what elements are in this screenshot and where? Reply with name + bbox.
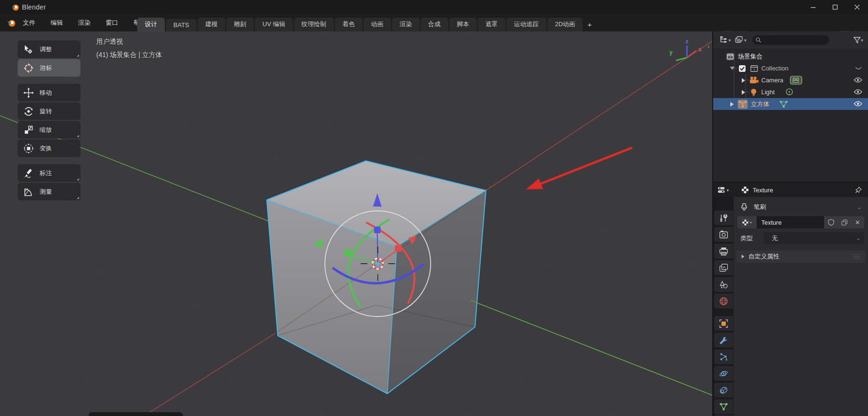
- collapse-arrow-icon[interactable]: [730, 67, 735, 70]
- workspace-tab-modeling[interactable]: 建模: [198, 18, 225, 32]
- nav-axis-y-label: y: [669, 49, 673, 56]
- tool-rotate[interactable]: 旋转: [18, 102, 81, 120]
- menu-file[interactable]: 文件: [22, 18, 36, 28]
- expand-arrow-icon[interactable]: [730, 102, 734, 107]
- workspace-tab-animation[interactable]: 动画: [363, 18, 391, 32]
- gizmo-z-handle[interactable]: [374, 227, 381, 233]
- nav-axis-z-label: z: [686, 38, 688, 45]
- light-data-badge-icon[interactable]: [785, 88, 794, 97]
- collection-checkbox[interactable]: [738, 65, 746, 72]
- camera-icon: [749, 76, 758, 84]
- texture-name-field[interactable]: Texture: [757, 216, 824, 228]
- tool-move[interactable]: 移动: [18, 84, 81, 101]
- visibility-eye-icon[interactable]: [854, 76, 862, 84]
- properties-editor-type-button[interactable]: ▾: [717, 186, 729, 194]
- tab-output[interactable]: [714, 244, 733, 258]
- workspace-tab-compositing[interactable]: 合成: [421, 18, 448, 32]
- outliner-editor-type-button[interactable]: ▾: [719, 36, 731, 44]
- texture-type-dropdown[interactable]: 无 ⌄: [763, 232, 864, 244]
- tool-scale[interactable]: 缩放: [18, 121, 81, 139]
- breadcrumb: Texture: [753, 187, 773, 194]
- tab-tool[interactable]: [714, 210, 733, 225]
- tab-modifiers[interactable]: [714, 333, 733, 347]
- editor-vertical-divider[interactable]: [712, 31, 713, 416]
- workspace-tab-rendering[interactable]: 渲染: [392, 18, 420, 32]
- pin-icon[interactable]: [855, 186, 862, 194]
- minimize-button[interactable]: [802, 0, 824, 14]
- texture-type-row: 类型 无 ⌄: [734, 232, 868, 244]
- camera-data-badge-icon[interactable]: [790, 76, 802, 85]
- texture-breadcrumb-icon: [741, 186, 749, 194]
- outliner-display-mode-button[interactable]: ▾: [735, 36, 747, 44]
- custom-properties-panel[interactable]: 自定义属性 ::::::::: [734, 250, 868, 263]
- cube-object[interactable]: [267, 161, 486, 394]
- tab-view-layer[interactable]: [714, 260, 733, 275]
- workspace-tab-scripting[interactable]: 脚本: [449, 18, 477, 32]
- collection-collapse-chevron[interactable]: [855, 66, 862, 71]
- viewport-view-label: 用户透视: [96, 38, 123, 46]
- visibility-eye-icon[interactable]: [854, 88, 862, 96]
- workspace-tab-bats[interactable]: BATS: [166, 19, 197, 32]
- close-button[interactable]: [846, 0, 868, 14]
- texture-browse-button[interactable]: ▾: [737, 216, 757, 228]
- tool-tweak[interactable]: 调整: [18, 40, 81, 58]
- visibility-eye-icon[interactable]: [854, 100, 862, 108]
- outliner-row-light[interactable]: Light: [713, 86, 868, 98]
- tab-scene[interactable]: [714, 277, 733, 292]
- outliner-row-scene-collection[interactable]: 场景集合: [713, 50, 868, 62]
- editor-horizontal-divider[interactable]: [713, 182, 868, 183]
- tab-physics[interactable]: [714, 366, 733, 381]
- add-workspace-button[interactable]: +: [584, 18, 595, 32]
- workspace-tab-2d-animation[interactable]: 2D动画: [547, 18, 583, 32]
- gizmo-x-handle[interactable]: [395, 245, 402, 252]
- maximize-button[interactable]: [824, 0, 846, 14]
- window-title: Blender: [22, 3, 46, 11]
- unlink-texture-button[interactable]: ✕: [851, 216, 864, 228]
- viewport-3d[interactable]: z y x ‹ 用户透视 (41) 场景集合 | 立方体 调整 游标 移动: [0, 31, 713, 416]
- blender-menu-icon[interactable]: [7, 18, 16, 28]
- tool-measure[interactable]: 测量: [18, 183, 81, 200]
- tool-transform[interactable]: 变换: [18, 139, 81, 157]
- workspace-tab-shading[interactable]: 着色: [335, 18, 363, 32]
- outliner-row-collection[interactable]: Collection: [713, 62, 868, 74]
- mesh-icon: [737, 99, 748, 109]
- fake-user-shield-button[interactable]: [824, 216, 838, 228]
- outliner-row-cube[interactable]: 立方体: [713, 98, 868, 110]
- tab-world[interactable]: [714, 294, 733, 308]
- outliner-filter-button[interactable]: ▾: [853, 37, 863, 44]
- workspace-tab-sculpting[interactable]: 雕刻: [226, 18, 254, 32]
- workspace-tabs: 设计 BATS 建模 雕刻 UV 编辑 纹理绘制 着色 动画 渲染 合成 脚本 …: [137, 18, 595, 32]
- tab-particles[interactable]: [714, 349, 733, 364]
- menu-window[interactable]: 窗口: [105, 18, 119, 28]
- viewport-context-label: (41) 场景集合 | 立方体: [96, 51, 162, 59]
- outliner-search[interactable]: [752, 35, 829, 45]
- main-menus: 文件 编辑 渲染 窗口 帮助: [22, 14, 147, 31]
- menu-render[interactable]: 渲染: [77, 18, 91, 28]
- menu-edit[interactable]: 编辑: [50, 18, 64, 28]
- navigation-gizmo[interactable]: z y x: [669, 38, 702, 60]
- expand-arrow-icon[interactable]: [742, 78, 745, 83]
- workspace-tab-uv-editing[interactable]: UV 编辑: [255, 18, 293, 32]
- workspace-tab-masking[interactable]: 遮罩: [478, 18, 505, 32]
- mesh-data-badge-icon[interactable]: [779, 100, 788, 109]
- copy-datablock-button[interactable]: [838, 216, 851, 228]
- workspace-tab-motion-tracking[interactable]: 运动追踪: [506, 18, 546, 32]
- tab-constraints[interactable]: [714, 383, 733, 397]
- workspace-tab-layout[interactable]: 设计: [137, 18, 165, 32]
- properties-header: ▾ Texture: [713, 183, 868, 197]
- outliner-search-input[interactable]: [752, 35, 829, 45]
- sidebar-collapse-chevron[interactable]: ‹: [707, 43, 709, 50]
- brush-collapse-chevron[interactable]: ⌄: [858, 205, 861, 210]
- tool-cursor[interactable]: 游标: [18, 59, 81, 77]
- outliner-row-camera[interactable]: Camera: [713, 74, 868, 86]
- tab-object-data[interactable]: [714, 399, 733, 414]
- tab-render[interactable]: [714, 227, 733, 242]
- operator-tooltip-cutoff: [89, 412, 183, 416]
- tab-object[interactable]: [714, 316, 733, 331]
- expand-arrow-icon[interactable]: [742, 90, 745, 95]
- topbar: 文件 编辑 渲染 窗口 帮助 设计 BATS 建模 雕刻 UV 编辑 纹理绘制 …: [0, 14, 868, 32]
- tool-annotate[interactable]: 标注: [18, 164, 81, 182]
- gizmo-y-handle[interactable]: [344, 249, 351, 256]
- blender-logo-icon: [11, 3, 19, 11]
- workspace-tab-texture-paint[interactable]: 纹理绘制: [294, 18, 334, 32]
